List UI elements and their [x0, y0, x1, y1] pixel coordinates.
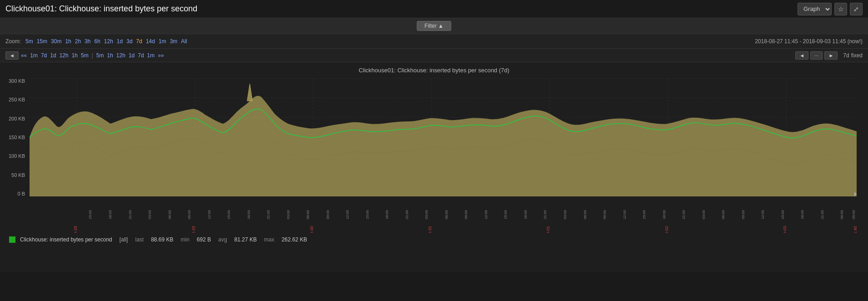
svg-text:15:00: 15:00 — [781, 210, 785, 219]
svg-text:08-28: 08-28 — [73, 226, 78, 233]
nav-back-button[interactable]: ◄ — [5, 51, 19, 60]
y-label-100: 100 KB — [9, 153, 25, 159]
filter-bar: Filter ▲ — [0, 18, 868, 34]
svg-marker-14 — [247, 84, 253, 101]
nav-5m-back[interactable]: 5m — [80, 52, 90, 59]
legend-metric-name: Clickhouse: inserted bytes per second — [20, 236, 112, 243]
zoom-6h[interactable]: 6h — [93, 38, 101, 45]
x-axis: 08-27 11:45 08-28 08-29 08-30 08-31 09-0… — [30, 206, 857, 233]
svg-text:21:00: 21:00 — [682, 210, 686, 219]
svg-text:15:00: 15:00 — [365, 210, 369, 219]
zoom-2h[interactable]: 2h — [74, 38, 82, 45]
nav-1d-back[interactable]: 1d — [49, 52, 57, 59]
zoom-label: Zoom: — [5, 38, 21, 45]
nav-12h-back[interactable]: 12h — [59, 52, 70, 59]
nav-far-fwd[interactable]: »» — [157, 52, 165, 59]
svg-text:09:00: 09:00 — [741, 210, 745, 219]
nav-1h-fwd[interactable]: 1h — [106, 52, 114, 59]
nav-prev-button[interactable]: ◄ — [795, 51, 808, 60]
svg-text:21:00: 21:00 — [544, 210, 548, 219]
svg-text:18:00: 18:00 — [385, 210, 389, 219]
legend: Clickhouse: inserted bytes per second [a… — [5, 233, 863, 245]
svg-text:08-30: 08-30 — [309, 226, 314, 233]
y-label-0: 0 B — [17, 191, 25, 196]
zoom-3m[interactable]: 3m — [169, 38, 179, 45]
legend-item: Clickhouse: inserted bytes per second — [9, 236, 112, 243]
nav-far-back[interactable]: «« — [20, 52, 28, 59]
nav-5m-fwd[interactable]: 5m — [95, 52, 105, 59]
zoom-all[interactable]: All — [180, 38, 188, 45]
chart-svg — [30, 78, 857, 196]
nav-dots-button[interactable]: ··· — [810, 51, 823, 60]
svg-text:08-29: 08-29 — [191, 226, 196, 233]
svg-text:15:00: 15:00 — [504, 210, 508, 219]
graph-type-select[interactable]: Graph Table Raw — [798, 3, 832, 15]
svg-text:21:00: 21:00 — [266, 210, 270, 219]
svg-text:09:00: 09:00 — [187, 210, 191, 219]
filter-button[interactable]: Filter ▲ — [417, 21, 451, 31]
svg-text:18:00: 18:00 — [524, 210, 528, 219]
svg-text:09:00: 09:00 — [852, 210, 856, 219]
chart-area[interactable] — [30, 78, 857, 196]
star-button[interactable]: ☆ — [834, 3, 847, 15]
nav-1m-back[interactable]: 1m — [29, 52, 39, 59]
svg-text:08-27 11:45: 08-27 11:45 — [30, 226, 30, 233]
svg-text:21:00: 21:00 — [128, 210, 132, 219]
star-icon: ☆ — [838, 5, 844, 13]
svg-text:21:00: 21:00 — [820, 210, 824, 219]
nav-7d-back[interactable]: 7d — [40, 52, 48, 59]
header-bar: Clickhouse01: Clickhouse: inserted bytes… — [0, 0, 868, 18]
legend-color-swatch — [9, 236, 15, 243]
svg-text:08-31: 08-31 — [428, 226, 432, 233]
nav-left-controls: ◄ «« 1m 7d 1d 12h 1h 5m | 5m 1h 12h 1d 7… — [5, 51, 165, 60]
expand-icon: ⤢ — [853, 5, 859, 13]
zoom-1h[interactable]: 1h — [64, 38, 72, 45]
zoom-1m[interactable]: 1m — [158, 38, 167, 45]
svg-text:12:00: 12:00 — [207, 210, 211, 219]
zoom-3h[interactable]: 3h — [84, 38, 91, 45]
svg-text:09:00: 09:00 — [326, 210, 330, 219]
zoom-1d[interactable]: 1d — [116, 38, 124, 45]
period-label: 7d — [843, 52, 849, 59]
zoom-15m[interactable]: 15m — [36, 38, 48, 45]
svg-text:09:00: 09:00 — [603, 210, 607, 219]
svg-text:12:00: 12:00 — [484, 210, 488, 219]
nav-next-button[interactable]: ► — [824, 51, 838, 60]
fixed-label: fixed — [851, 52, 863, 59]
nav-1m-fwd[interactable]: 1m — [146, 52, 156, 59]
zoom-7d[interactable]: 7d — [135, 38, 143, 45]
date-range: 2018-08-27 11:45 - 2018-09-03 11:45 (now… — [755, 38, 863, 45]
zoom-3d[interactable]: 3d — [125, 38, 133, 45]
legend-avg-value: 81.27 KB — [234, 236, 257, 243]
svg-text:21:00: 21:00 — [405, 210, 409, 219]
expand-button[interactable]: ⤢ — [850, 3, 863, 15]
nav-12h-fwd[interactable]: 12h — [115, 52, 126, 59]
svg-text:12:00: 12:00 — [623, 210, 627, 219]
svg-text:18:00: 18:00 — [108, 210, 112, 219]
legend-max-label: max — [264, 236, 274, 243]
y-axis: 300 KB 250 KB 200 KB 150 KB 100 KB 50 KB… — [5, 78, 27, 196]
svg-text:15:00: 15:00 — [642, 210, 646, 219]
svg-text:18:00: 18:00 — [247, 210, 251, 219]
svg-text:06:00: 06:00 — [306, 210, 310, 219]
svg-text:03:00: 03:00 — [563, 210, 567, 219]
zoom-5m[interactable]: 5m — [25, 38, 34, 45]
zoom-14d[interactable]: 14d — [145, 38, 156, 45]
nav-1d-fwd[interactable]: 1d — [128, 52, 135, 59]
zoom-12h[interactable]: 12h — [103, 38, 114, 45]
y-label-200: 200 KB — [9, 116, 25, 121]
svg-text:06:00: 06:00 — [721, 210, 725, 219]
zoom-30m[interactable]: 30m — [50, 38, 62, 45]
y-label-300: 300 KB — [9, 78, 25, 84]
y-label-150: 150 KB — [9, 135, 25, 140]
nav-7d-fwd[interactable]: 7d — [137, 52, 145, 59]
nav-1h-back[interactable]: 1h — [71, 52, 79, 59]
header-controls: Graph Table Raw ☆ ⤢ — [798, 3, 863, 15]
svg-text:18:00: 18:00 — [800, 210, 804, 219]
svg-text:12:00: 12:00 — [345, 210, 349, 219]
y-label-250: 250 KB — [9, 97, 25, 102]
nav-bar: ◄ «« 1m 7d 1d 12h 1h 5m | 5m 1h 12h 1d 7… — [0, 49, 868, 62]
svg-text:15:00: 15:00 — [89, 210, 93, 219]
legend-max-value: 262.62 KB — [282, 236, 307, 243]
legend-avg-label: avg — [218, 236, 227, 243]
